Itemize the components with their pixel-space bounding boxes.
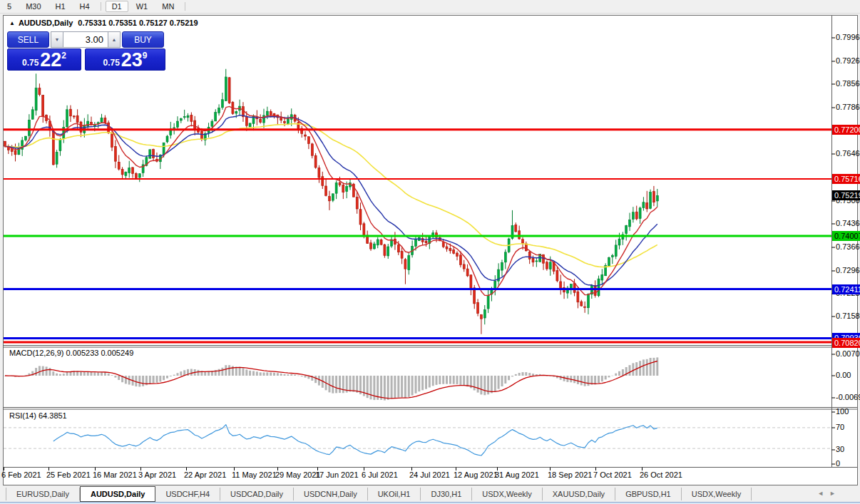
price-axis-badge: 0.77200 — [832, 125, 860, 135]
price-axis-label: 0.72960 — [836, 266, 860, 274]
candlesticks-layer — [4, 69, 659, 334]
sell-button[interactable]: SELL — [7, 31, 49, 48]
macd-axis-label: 0.00 — [836, 371, 851, 379]
moving-averages-layer — [5, 106, 657, 295]
price-axis-badge: 0.75219 — [832, 190, 860, 200]
buy-price-box[interactable]: 0.75 23 9 — [85, 48, 165, 71]
date-axis-label: 26 Oct 2021 — [640, 470, 682, 479]
trade-amount-input[interactable]: 3.00 — [63, 31, 108, 48]
rsi-name: RSI(14) — [9, 411, 36, 420]
price-axis-badge: 0.75716 — [832, 174, 860, 184]
macd-axis-label: 0.007015 — [836, 349, 860, 358]
date-axis-label: 22 Apr 2021 — [184, 470, 226, 479]
buy-price-big: 23 — [121, 51, 143, 68]
tab-scroll-right-icon[interactable]: ► — [829, 490, 841, 497]
sell-price-sup: 2 — [61, 51, 66, 60]
date-axis-label: 31 Aug 2021 — [495, 470, 539, 479]
date-axis-label: 17 Jun 2021 — [315, 470, 359, 479]
macd-signal — [5, 361, 657, 398]
amount-increase-button[interactable]: ▲ — [108, 31, 121, 48]
ma-slow-line — [5, 124, 657, 267]
price-axis-label: 0.73660 — [836, 242, 860, 251]
macd-axis-label: -0.00692 — [836, 393, 860, 401]
date-axis-label: 6 Jul 2021 — [362, 470, 398, 479]
date-axis-label: 29 May 2021 — [275, 470, 321, 479]
price-axis-label: 0.76460 — [836, 149, 860, 158]
rsi-axis-label: 70 — [836, 423, 844, 431]
date-axis-label: 7 Oct 2021 — [593, 470, 632, 479]
date-axis-label: 11 May 2021 — [232, 470, 277, 479]
ma-fast-line — [5, 106, 657, 295]
date-axis-label: 16 Mar 2021 — [93, 470, 137, 479]
collapse-triangle-icon[interactable]: ▲ — [9, 20, 15, 26]
buy-price-sup: 9 — [143, 51, 148, 60]
date-axis-label: 18 Sep 2021 — [548, 470, 592, 479]
price-axis-label: 0.79260 — [836, 56, 860, 65]
date-axis-label: 12 Aug 2021 — [454, 470, 498, 479]
chart-title: ▲AUDUSD,Daily0.75331 0.75351 0.75127 0.7… — [9, 19, 198, 27]
price-axis-label: 0.79960 — [836, 33, 860, 41]
buy-price-prefix: 0.75 — [103, 57, 119, 68]
price-axis-badge: 0.70820 — [832, 338, 860, 348]
price-axis-badge: 0.72411 — [832, 284, 860, 294]
date-axis-label: 6 Feb 2021 — [1, 470, 41, 479]
tab-scroll-left-icon[interactable]: ◄ — [817, 490, 829, 497]
macd-signal-line — [5, 361, 657, 398]
rsi-value: 64.3851 — [39, 411, 67, 420]
rsi-axis-label: 30 — [836, 445, 844, 453]
macd-label: MACD(12,26,9) 0.005233 0.005249 — [9, 349, 133, 357]
tab-scroll-arrows: ◄► — [817, 490, 841, 497]
rsi-axis-label: 100 — [836, 407, 849, 416]
price-axis-label: 0.71580 — [836, 312, 860, 320]
price-axis-label: 0.77860 — [836, 103, 860, 111]
rsi-line — [53, 425, 657, 456]
date-axis-label: 25 Feb 2021 — [46, 470, 91, 479]
price-axis-label: 0.78560 — [836, 79, 860, 88]
ma-mid-line — [5, 115, 657, 287]
chart-ohlc-values: 0.75331 0.75351 0.75127 0.75219 — [78, 19, 198, 27]
sell-price-big: 22 — [40, 51, 61, 68]
price-axis-label: 0.74360 — [836, 219, 860, 227]
macd-histogram — [4, 357, 659, 400]
macd-name: MACD(12,26,9) — [9, 349, 63, 357]
chart-canvas[interactable] — [0, 0, 860, 504]
sell-price-box[interactable]: 0.75 22 2 — [7, 48, 81, 71]
chart-symbol-label: AUDUSD,Daily — [19, 19, 73, 27]
buy-button[interactable]: BUY — [122, 31, 164, 48]
macd-values: 0.005233 0.005249 — [66, 349, 133, 357]
price-axis-badge: 0.74007 — [832, 231, 860, 241]
rsi-label: RSI(14) 64.3851 — [9, 411, 67, 420]
rsi-axis-label: 0 — [836, 459, 840, 468]
rsi-layer — [53, 425, 657, 456]
one-click-trading-panel: SELL ▼ 3.00 ▲ BUY 0.75 22 2 0.75 23 9 — [7, 31, 165, 71]
amount-decrease-button[interactable]: ▼ — [51, 31, 63, 48]
date-axis-label: 3 Apr 2021 — [138, 470, 176, 479]
date-axis-label: 24 Jul 2021 — [409, 470, 450, 479]
sell-price-prefix: 0.75 — [22, 57, 39, 68]
